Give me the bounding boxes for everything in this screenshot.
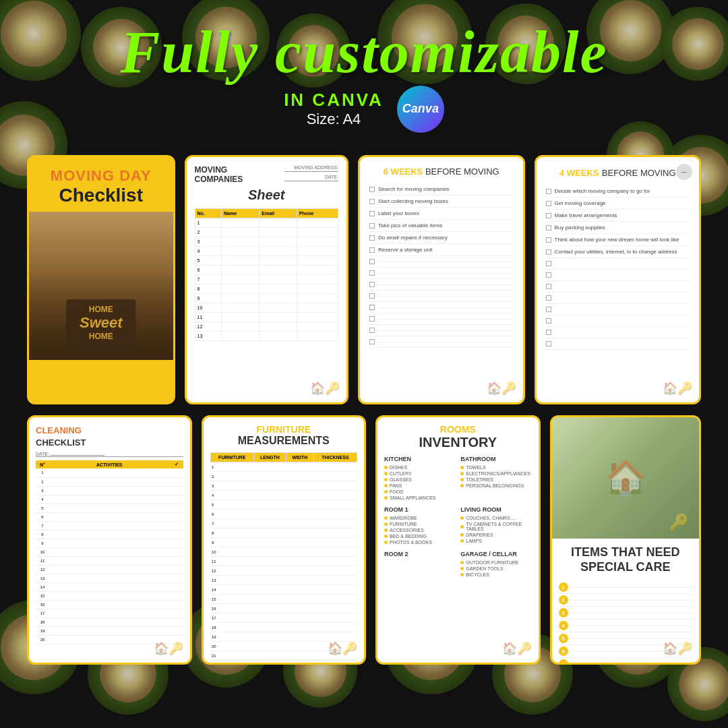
list-item: Decide which moving company to go for [546, 185, 690, 198]
checkbox[interactable] [546, 318, 551, 324]
list-item: Do small repairs if necessary [369, 232, 514, 244]
home-text-1: HOME [80, 305, 123, 314]
checkbox[interactable] [546, 237, 551, 243]
list-item: 1 [559, 581, 693, 594]
room-item: BED & BEDDING [384, 533, 455, 539]
checkbox[interactable] [369, 235, 375, 241]
checkbox[interactable] [546, 249, 551, 255]
checkbox[interactable] [369, 187, 375, 192]
checkbox[interactable] [369, 211, 375, 216]
list-item: Buy packing supplies [546, 222, 690, 234]
in-canva-label: IN CANVA [284, 90, 384, 111]
table-row: 19 [36, 626, 183, 635]
room-item: TOILETRIES [460, 477, 531, 483]
list-item: Think about how your new dream home will… [546, 234, 690, 246]
checkbox[interactable] [369, 247, 375, 253]
room-name: KITCHEN [384, 456, 455, 462]
checkbox[interactable] [369, 339, 375, 344]
card-rooms-inventory: ROOMS INVENTORY KITCHENDISHESCUTLERYGLAS… [375, 415, 541, 665]
checkbox[interactable] [369, 270, 375, 276]
size-label: Size: A4 [284, 111, 384, 128]
room-item: TV CABINETS & COFFEE TABLES [460, 521, 531, 532]
table-row: 17 [36, 609, 183, 617]
table-row: 4 [210, 491, 357, 500]
checkbox[interactable] [369, 293, 375, 299]
checkbox[interactable] [369, 328, 375, 333]
key-icon-3: 🏠🔑 [487, 381, 516, 396]
main-title: Fully customizable [121, 23, 608, 82]
special-care-title: ITEMS THAT NEED SPECIAL CARE [559, 545, 693, 574]
list-item-empty [546, 327, 690, 338]
canva-logo: Canva [397, 86, 444, 133]
checkbox[interactable] [369, 223, 375, 229]
room-item: DISHES [384, 464, 455, 471]
checkbox[interactable] [546, 295, 551, 301]
menu-icon[interactable]: ··· [676, 164, 692, 180]
companies-header: MOVING COMPANIES MOVING ADDRESS: DATE: [195, 165, 339, 184]
checkbox[interactable] [546, 189, 551, 194]
checkbox[interactable] [546, 284, 551, 289]
list-item-empty [546, 338, 690, 350]
table-row: 6 [36, 512, 183, 521]
room-item: PERSONAL BELONGINGS [460, 483, 531, 489]
key-decoration: 🔑 [669, 513, 689, 532]
key-icon-4: 🏠🔑 [663, 381, 692, 396]
home-sweet-home-mat: HOME Sweet HOME [66, 299, 136, 346]
table-row: 3 [195, 237, 338, 247]
table-row: 8 [210, 528, 357, 538]
table-row: 9 [195, 294, 338, 303]
checkbox[interactable] [546, 272, 551, 278]
table-row: 1 [195, 218, 338, 228]
checkbox[interactable] [546, 213, 551, 218]
card-cleaning: CLEANING CHECKLIST DATE: N° ACTIVITIES ✓… [27, 415, 192, 665]
list-item-empty [369, 279, 514, 291]
table-row: 1 [36, 468, 183, 477]
table-row: 10 [36, 547, 183, 556]
home-text-2: HOME [80, 332, 123, 341]
room-item: COUCHES, CHAIRS ... [460, 515, 531, 521]
checkbox[interactable] [369, 199, 375, 204]
4weeks-title: 4 WEEKS BEFORE MOVING [546, 166, 690, 179]
list-item-empty [369, 313, 514, 325]
table-row: 8 [195, 284, 338, 294]
number-badge: 5 [559, 634, 568, 643]
furniture-title: FURNITURE MEASUREMENTS [210, 424, 358, 447]
cleaning-title: CLEANING CHECKLIST [36, 424, 183, 448]
6weeks-checklist: Search for moving companiesStart collect… [369, 183, 514, 348]
list-item-empty [369, 268, 514, 279]
checkbox[interactable] [546, 261, 551, 266]
table-row: 16 [36, 600, 183, 609]
card-moving-day: MOVING DAY Checklist HOME Sweet HOME [27, 155, 175, 404]
checkbox[interactable] [546, 201, 551, 206]
checkbox[interactable] [546, 307, 551, 312]
checkbox[interactable] [369, 282, 375, 287]
room-section: BATHROOMTOWELSELECTRONICS/APPLIANCESTOIL… [460, 456, 531, 501]
room-item: GLASSES [384, 477, 455, 483]
key-icon-7: 🏠🔑 [502, 641, 532, 656]
table-row: 13 [195, 332, 338, 341]
list-item-empty [369, 291, 514, 302]
table-row: 15 [210, 595, 357, 604]
list-item-empty [546, 258, 690, 270]
table-row: 1 [210, 462, 357, 472]
checkbox[interactable] [369, 316, 375, 322]
sheet-label: Sheet [195, 187, 339, 203]
room-item: FOOD [384, 489, 455, 495]
row-1: MOVING DAY Checklist HOME Sweet HOME MOV… [27, 155, 701, 404]
list-item-empty [369, 325, 514, 336]
checklist-title: Checklist [39, 185, 163, 206]
room-item: PHOTOS & BOOKS [384, 539, 455, 545]
table-row: 16 [210, 604, 357, 613]
house-keys-decoration: 🏠 [605, 458, 646, 497]
row-2: CLEANING CHECKLIST DATE: N° ACTIVITIES ✓… [27, 415, 701, 665]
checkbox[interactable] [369, 259, 375, 264]
checkbox[interactable] [546, 341, 551, 346]
room-name: BATHROOM [460, 456, 531, 462]
list-item: 2 [559, 594, 693, 607]
checkbox[interactable] [369, 305, 375, 310]
list-item: 7 [559, 658, 693, 665]
checkbox[interactable] [546, 225, 551, 231]
4weeks-checklist: Decide which moving company to go forGet… [546, 185, 690, 350]
checkbox[interactable] [546, 330, 551, 335]
room-item: FURNITURE [384, 521, 455, 527]
